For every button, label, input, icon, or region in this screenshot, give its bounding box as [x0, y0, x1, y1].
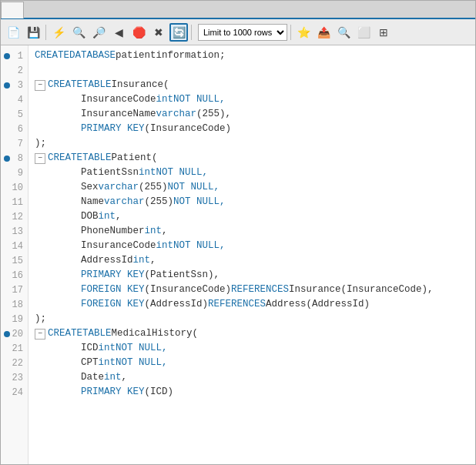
- code-token: CREATE: [48, 151, 82, 166]
- toolbar: 📄 💾 ⚡ 🔍 🔎 ◀ 🛑 ✖ 🔄 Limit to 1000 rows Don…: [1, 19, 475, 45]
- code-token: CPT: [81, 356, 99, 370]
- code-line-3: −CREATE TABLE Insurance(: [35, 78, 475, 92]
- code-token: InsuranceCode: [81, 239, 156, 253]
- code-token: varchar: [104, 195, 145, 209]
- line-number-8: 8: [1, 151, 28, 166]
- tab-bar: [1, 1, 475, 19]
- code-token: NOT NULL,: [173, 92, 226, 107]
- code-token: int: [133, 253, 151, 268]
- code-token: ,: [150, 253, 156, 268]
- code-line-23: Date int,: [35, 370, 475, 385]
- line-number-17: 17: [1, 283, 28, 297]
- code-token: FOREIGN KEY: [81, 297, 145, 312]
- sidebar-toggle-button[interactable]: ⊞: [374, 23, 393, 42]
- stop-button[interactable]: 🛑: [129, 23, 148, 42]
- code-line-9: PatientSsn int NOT NULL,: [35, 166, 475, 180]
- code-line-21: ICD int NOT NULL,: [35, 341, 475, 356]
- code-token: DOB: [81, 209, 99, 224]
- code-token: InsuranceName: [81, 107, 156, 122]
- line-number-23: 23: [1, 370, 28, 385]
- code-token: Patient(: [112, 151, 158, 166]
- line-number-5: 5: [1, 107, 28, 122]
- code-token: REFERENCES: [208, 297, 266, 312]
- code-line-19: );: [35, 312, 475, 326]
- save-button[interactable]: 💾: [24, 23, 42, 42]
- code-token: varchar: [99, 180, 139, 195]
- new-file-button[interactable]: 📄: [4, 23, 22, 42]
- breakpoint-dot[interactable]: [4, 82, 10, 89]
- code-token: patientinformation;: [116, 49, 226, 63]
- line-number-16: 16: [1, 268, 28, 283]
- limit-select[interactable]: Limit to 1000 rows Don't Limit Limit to …: [198, 24, 287, 41]
- code-token: NOT NULL,: [173, 239, 226, 253]
- tab-create[interactable]: [1, 2, 24, 18]
- code-line-14: InsuranceCode int NOT NULL,: [35, 239, 475, 253]
- send-button[interactable]: 📤: [314, 23, 333, 42]
- code-token: PRIMARY KEY: [81, 385, 145, 400]
- code-token: PatientSsn: [81, 166, 139, 180]
- code-token: Insurance(: [112, 78, 169, 92]
- breakpoint-dot[interactable]: [4, 53, 10, 59]
- code-line-18: FOREIGN KEY (AddressId) REFERENCES Addre…: [35, 297, 475, 312]
- code-token: (PatientSsn),: [145, 268, 220, 283]
- code-token: );: [35, 312, 46, 326]
- separator-3: [290, 25, 291, 40]
- line-number-12: 12: [1, 209, 28, 224]
- code-line-1: CREATE DATABASE patientinformation;: [35, 49, 475, 63]
- code-token: (ICD): [145, 385, 174, 400]
- explain-button[interactable]: 🔍: [69, 23, 88, 42]
- search-button[interactable]: 🔍: [334, 23, 353, 42]
- code-token: Date: [81, 370, 104, 385]
- line-number-18: 18: [1, 297, 28, 312]
- code-token: (255),: [196, 107, 231, 122]
- inspect-button[interactable]: 🔎: [89, 23, 108, 42]
- collapse-icon[interactable]: −: [35, 153, 45, 164]
- line-number-3: 3: [1, 78, 28, 92]
- code-token: PRIMARY KEY: [81, 122, 145, 136]
- code-line-24: PRIMARY KEY (ICD): [35, 385, 475, 400]
- code-token: int: [104, 370, 122, 385]
- breakpoint-dot[interactable]: [4, 331, 10, 337]
- code-token: int: [139, 166, 156, 180]
- cancel-button[interactable]: ✖: [149, 23, 168, 42]
- line-number-20: 20: [1, 326, 28, 341]
- code-line-15: AddressId int,: [35, 253, 475, 268]
- star-button[interactable]: ⭐: [294, 23, 313, 42]
- code-token: NOT NULL,: [156, 166, 209, 180]
- code-line-11: Name varchar(255) NOT NULL,: [35, 195, 475, 209]
- code-token: NOT NULL,: [116, 341, 168, 356]
- split-button[interactable]: ⬜: [354, 23, 373, 42]
- breakpoint-dot[interactable]: [4, 156, 10, 162]
- collapse-icon[interactable]: −: [35, 80, 45, 91]
- code-token: Address(AddressId): [266, 297, 370, 312]
- code-token: REFERENCES: [231, 283, 289, 297]
- line-number-21: 21: [1, 341, 28, 356]
- line-number-11: 11: [1, 195, 28, 209]
- line-number-2: 2: [1, 63, 28, 78]
- refresh-button[interactable]: 🔄: [169, 23, 188, 42]
- code-area[interactable]: CREATE DATABASE patientinformation;−CREA…: [28, 45, 475, 464]
- code-token: int: [145, 224, 163, 239]
- main-window: 📄 💾 ⚡ 🔍 🔎 ◀ 🛑 ✖ 🔄 Limit to 1000 rows Don…: [0, 0, 476, 465]
- line-number-1: 1: [1, 49, 28, 63]
- code-token: Name: [81, 195, 104, 209]
- code-line-13: PhoneNumber int,: [35, 224, 475, 239]
- code-token: ,: [162, 224, 168, 239]
- code-token: MedicalHistory(: [112, 326, 199, 341]
- code-token: CREATE: [35, 49, 69, 63]
- code-token: NOT NULL,: [173, 195, 226, 209]
- code-token: TABLE: [82, 78, 112, 92]
- code-token: int: [99, 341, 116, 356]
- execute-button[interactable]: ⚡: [49, 23, 68, 42]
- back-button[interactable]: ◀: [109, 23, 128, 42]
- line-number-22: 22: [1, 356, 28, 370]
- collapse-icon[interactable]: −: [35, 329, 45, 340]
- code-token: int: [99, 356, 116, 370]
- line-number-14: 14: [1, 239, 28, 253]
- line-number-24: 24: [1, 385, 28, 400]
- code-token: NOT NULL,: [116, 356, 168, 370]
- code-token: ,: [116, 209, 122, 224]
- code-token: Sex: [81, 180, 99, 195]
- code-token: TABLE: [82, 326, 112, 341]
- code-line-8: −CREATE TABLE Patient(: [35, 151, 475, 166]
